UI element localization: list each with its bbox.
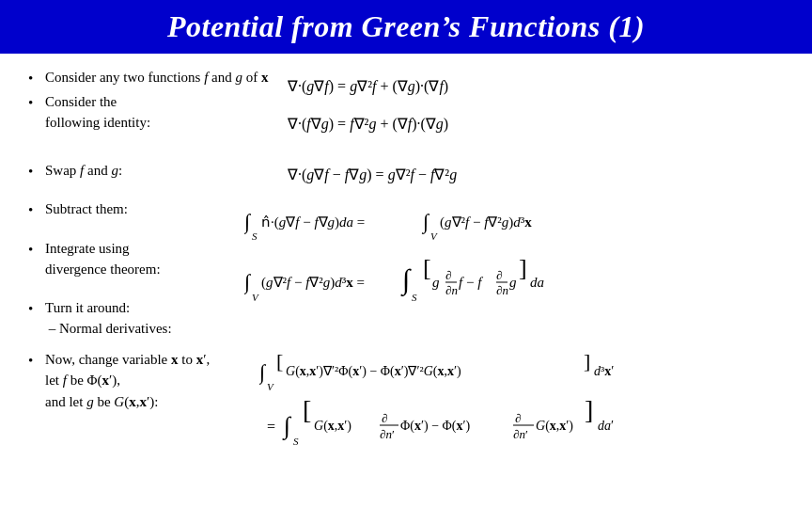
svg-text:∂: ∂ — [496, 268, 503, 282]
svg-text:∫: ∫ — [244, 210, 252, 234]
bullet-7: • Now, change variable x to x′, let f be… — [28, 349, 244, 413]
svg-text:G(x,x′): G(x,x′) — [314, 419, 351, 434]
svg-text:f − f: f − f — [459, 275, 483, 290]
bullet-6: • Turn it around: – Normal derivatives: — [28, 297, 226, 340]
svg-text:∫: ∫ — [400, 263, 412, 297]
bullet-text-4: Subtract them: — [45, 198, 226, 220]
svg-text:∇·(f∇g) = f∇²g + (∇f)·(∇g): ∇·(f∇g) = f∇²g + (∇f)·(∇g) — [288, 116, 448, 133]
formulas-1: ∇·(g∇f) = g∇²f + (∇g)·(∇f) ∇·(f∇g) = f∇²… — [288, 69, 682, 191]
svg-text:d³x′: d³x′ — [594, 364, 614, 378]
svg-text:∫: ∫ — [244, 270, 252, 294]
bullet-5: • Integrate usingdivergence theorem: — [28, 238, 226, 280]
bullet-1: • Consider any two functions f and g of … — [28, 67, 269, 89]
svg-text:(g∇²f − f∇²g)d³x =: (g∇²f − f∇²g)d³x = — [261, 275, 365, 291]
title-text: Potential from Green’s Functions (1) — [167, 9, 645, 43]
svg-text:]: ] — [585, 400, 593, 424]
svg-text:S: S — [252, 230, 258, 242]
left-bullets-1: • Consider any two functions f and g of … — [28, 67, 269, 183]
bullet-icon-7: • — [28, 350, 45, 372]
bullet-icon-3: • — [28, 161, 45, 183]
svg-text:]: ] — [519, 257, 527, 281]
svg-text:[: [ — [303, 400, 311, 424]
svg-text:S: S — [412, 292, 417, 303]
svg-text:∂: ∂ — [445, 268, 452, 282]
svg-text:∂: ∂ — [515, 411, 522, 425]
formula-svg-3: ∇·(g∇f − f∇g) = g∇²f − f∇²g — [288, 157, 682, 191]
svg-text:[: [ — [423, 257, 431, 281]
bottom-right-formulas: ∫ V [ G(x,x′)∇′²Φ(x′) − Φ(x′)∇′²G(x,x′) … — [259, 349, 804, 452]
svg-text:∂n: ∂n — [445, 283, 458, 297]
bullet-text-3: Swap f and g: — [45, 160, 269, 182]
formulas-2: ∫ S n̂·(g∇f − f∇g)da = ∫ V (g∇²f − f∇²g)… — [244, 200, 695, 313]
bullet-text-6: Turn it around: – Normal derivatives: — [45, 297, 226, 340]
title-bar: Potential from Green’s Functions (1) — [0, 0, 812, 54]
formula-svg-2: ∇·(f∇g) = f∇²g + (∇f)·(∇g) — [288, 106, 682, 140]
bullet-icon-6: • — [28, 298, 45, 320]
formula-svg-5: ∫ V (g∇²f − f∇²g)d³x = ∫ S [ g ∂ ∂n f − … — [244, 257, 695, 313]
bullet-icon-5: • — [28, 239, 45, 261]
main-content: • Consider any two functions f and g of … — [0, 54, 812, 462]
svg-text:G(x,x′)∇′²Φ(x′) − Φ(x′)∇′²G(x,: G(x,x′)∇′²Φ(x′) − Φ(x′)∇′²G(x,x′) — [286, 364, 461, 379]
svg-text:da′: da′ — [598, 419, 614, 433]
svg-text:∂n′: ∂n′ — [380, 427, 395, 441]
svg-text:g: g — [509, 275, 517, 290]
svg-text:∇·(g∇f − f∇g) = g∇²f − f∇²g: ∇·(g∇f − f∇g) = g∇²f − f∇²g — [288, 167, 457, 183]
svg-text:g: g — [432, 275, 440, 290]
svg-text:G(x,x′): G(x,x′) — [536, 419, 573, 434]
svg-text:V: V — [267, 381, 274, 392]
svg-text:Φ(x′) − Φ(x′): Φ(x′) − Φ(x′) — [400, 419, 470, 434]
formula-svg-1: ∇·(g∇f) = g∇²f + (∇g)·(∇f) — [288, 69, 682, 103]
svg-text:(g∇²f − f∇²g)d³x: (g∇²f − f∇²g)d³x — [440, 214, 532, 230]
bullet-text-2: Consider thefollowing identity: — [45, 91, 269, 134]
section-1: • Consider any two functions f and g of … — [28, 67, 784, 191]
svg-text:[: [ — [276, 349, 283, 373]
bullet-2: • Consider thefollowing identity: — [28, 91, 269, 134]
bullet-text-7: Now, change variable x to x′, let f be Φ… — [45, 349, 244, 413]
bullet-text-1: Consider any two functions f and g of x — [45, 67, 269, 88]
svg-text:∂n: ∂n — [496, 283, 508, 297]
svg-text:V: V — [252, 292, 259, 303]
formula-svg-7: = ∫ S [ G(x,x′) ∂ ∂n′ Φ(x′) − Φ(x′) ∂ ∂n… — [259, 400, 804, 452]
svg-text:]: ] — [584, 349, 590, 373]
svg-text:V: V — [430, 230, 438, 242]
svg-text:∫: ∫ — [421, 210, 430, 234]
svg-text:∫: ∫ — [259, 360, 267, 385]
svg-text:S: S — [293, 436, 299, 447]
formula-svg-6: ∫ V [ G(x,x′)∇′²Φ(x′) − Φ(x′)∇′²G(x,x′) … — [259, 349, 804, 394]
svg-text:∂: ∂ — [382, 411, 388, 425]
svg-text:=: = — [267, 419, 275, 435]
svg-text:∇·(g∇f) = g∇²f + (∇g)·(∇f): ∇·(g∇f) = g∇²f + (∇g)·(∇f) — [288, 78, 448, 95]
section-3: • Now, change variable x to x′, let f be… — [28, 349, 784, 452]
bullet-icon-1: • — [28, 68, 45, 89]
bullet-text-5: Integrate usingdivergence theorem: — [45, 238, 226, 280]
svg-text:da: da — [530, 275, 544, 290]
bullet-4: • Subtract them: — [28, 198, 226, 221]
bullet-3: • Swap f and g: — [28, 160, 269, 183]
bullet-icon-2: • — [28, 92, 45, 114]
left-bullets-2: • Subtract them: • Integrate usingdiverg… — [28, 198, 226, 341]
svg-text:∫: ∫ — [282, 412, 292, 440]
bottom-left-text: • Now, change variable x to x′, let f be… — [28, 349, 244, 415]
formula-svg-4: ∫ S n̂·(g∇f − f∇g)da = ∫ V (g∇²f − f∇²g)… — [244, 200, 658, 249]
bullet-icon-4: • — [28, 199, 45, 221]
svg-text:∂n′: ∂n′ — [513, 427, 528, 441]
svg-text:n̂·(g∇f − f∇g)da =: n̂·(g∇f − f∇g)da = — [261, 214, 365, 230]
section-2: • Subtract them: • Integrate usingdiverg… — [28, 198, 784, 341]
